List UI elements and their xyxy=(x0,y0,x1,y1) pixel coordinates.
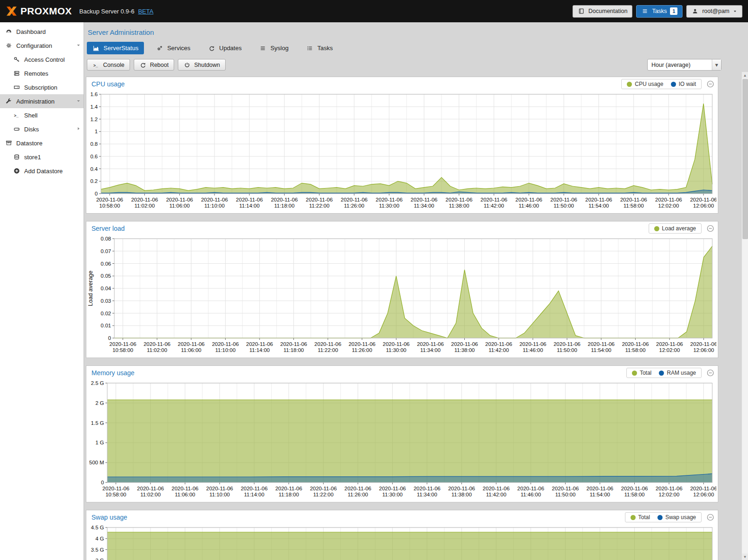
svg-text:3.5 G: 3.5 G xyxy=(91,547,104,553)
svg-text:2 G: 2 G xyxy=(95,400,104,406)
svg-text:2020-11-06: 2020-11-06 xyxy=(206,486,233,491)
svg-text:11:50:00: 11:50:00 xyxy=(553,203,574,208)
tasks-button[interactable]: Tasks 1 xyxy=(636,5,683,18)
sidebar-item-store1[interactable]: store1 xyxy=(0,150,84,164)
svg-text:11:02:00: 11:02:00 xyxy=(134,203,155,208)
legend-item-io-wait[interactable]: IO wait xyxy=(671,81,696,87)
svg-text:2020-11-06: 2020-11-06 xyxy=(349,341,376,347)
legend-item-load-average[interactable]: Load average xyxy=(654,225,696,232)
tab-tasks[interactable]: Tasks xyxy=(300,42,338,54)
sidebar-item-subscription[interactable]: Subscription xyxy=(0,80,84,94)
svg-text:2020-11-06: 2020-11-06 xyxy=(178,341,205,347)
svg-text:12:06:00: 12:06:00 xyxy=(693,492,714,497)
console-button[interactable]: >_ Console xyxy=(87,59,130,71)
scroll-down-button[interactable]: ▼ xyxy=(742,553,748,560)
tab-label: ServerStatus xyxy=(104,45,138,52)
svg-text:2020-11-06: 2020-11-06 xyxy=(520,341,546,347)
tab-syslog[interactable]: Syslog xyxy=(254,42,294,54)
collapse-panel-icon[interactable] xyxy=(706,369,714,377)
svg-text:11:10:00: 11:10:00 xyxy=(215,347,235,353)
terminal-icon: >_ xyxy=(92,61,100,69)
svg-text:2.5 G: 2.5 G xyxy=(91,380,104,386)
collapse-panel-icon[interactable] xyxy=(706,225,714,233)
svg-text:0.05: 0.05 xyxy=(101,273,111,279)
scrollbar-thumb[interactable] xyxy=(742,79,748,239)
reboot-button[interactable]: Reboot xyxy=(134,59,174,71)
legend-item-swap-usage[interactable]: Swap usage xyxy=(657,514,696,521)
svg-text:>_: >_ xyxy=(93,63,98,67)
legend-item-cpu-usage[interactable]: CPU usage xyxy=(627,81,663,87)
documentation-button[interactable]: Documentation xyxy=(572,5,632,18)
svg-text:11:46:00: 11:46:00 xyxy=(520,492,541,497)
beta-link[interactable]: BETA xyxy=(138,8,153,15)
svg-text:1.5 G: 1.5 G xyxy=(91,420,104,426)
sidebar-item-label: Datastore xyxy=(16,140,42,147)
svg-text:12:06:00: 12:06:00 xyxy=(693,347,714,353)
sidebar-item-administration[interactable]: Administration xyxy=(0,94,84,108)
timeframe-select[interactable]: Hour (average) ▾ xyxy=(647,59,722,71)
terminal-icon: >_ xyxy=(13,111,20,119)
legend-color-dot xyxy=(627,82,632,87)
legend-color-dot xyxy=(659,371,664,376)
sidebar-item-disks[interactable]: Disks xyxy=(0,122,84,136)
legend-label: RAM usage xyxy=(667,370,696,376)
svg-text:2020-11-06: 2020-11-06 xyxy=(314,341,341,347)
svg-text:11:26:00: 11:26:00 xyxy=(352,347,372,353)
svg-text:2020-11-06: 2020-11-06 xyxy=(656,341,683,347)
collapse-panel-icon[interactable] xyxy=(706,514,714,521)
svg-text:11:14:00: 11:14:00 xyxy=(249,347,270,353)
sidebar-item-label: Disks xyxy=(24,126,39,133)
tab-label: Services xyxy=(167,45,190,52)
sidebar-item-dashboard[interactable]: Dashboard xyxy=(0,25,84,39)
legend-item-total[interactable]: Total xyxy=(632,370,651,376)
svg-text:0.6: 0.6 xyxy=(90,154,98,159)
svg-text:2020-11-06: 2020-11-06 xyxy=(236,197,263,202)
tab-services[interactable]: Services xyxy=(150,42,196,54)
svg-text:2020-11-06: 2020-11-06 xyxy=(246,341,273,347)
panel-title: Swap usage xyxy=(90,514,620,521)
power-icon xyxy=(183,61,191,69)
tab-label: Syslog xyxy=(270,45,288,52)
svg-text:2020-11-06: 2020-11-06 xyxy=(655,197,682,202)
sidebar-item-remotes[interactable]: Remotes xyxy=(0,66,84,80)
sidebar-item-configuration[interactable]: Configuration xyxy=(0,39,84,52)
shutdown-button[interactable]: Shutdown xyxy=(178,59,226,71)
sidebar-item-label: Subscription xyxy=(24,84,58,91)
caret-down-icon[interactable] xyxy=(76,98,81,105)
caret-right-icon[interactable] xyxy=(76,126,81,133)
sidebar-item-datastore[interactable]: Datastore xyxy=(0,136,84,150)
legend-item-total[interactable]: Total xyxy=(631,514,650,521)
legend-label: CPU usage xyxy=(635,81,663,87)
svg-text:1 G: 1 G xyxy=(95,440,104,445)
user-icon xyxy=(691,7,699,15)
legend-item-ram-usage[interactable]: RAM usage xyxy=(659,370,696,376)
svg-text:0.06: 0.06 xyxy=(101,261,111,267)
svg-text:0.07: 0.07 xyxy=(101,248,111,254)
app-header: PROXMOX Backup Server 0.9-6 BETA Documen… xyxy=(0,0,748,22)
svg-text:11:58:00: 11:58:00 xyxy=(624,492,645,497)
sidebar-item-label: Dashboard xyxy=(16,28,46,35)
collapse-panel-icon[interactable] xyxy=(706,80,714,88)
svg-text:2020-11-06: 2020-11-06 xyxy=(485,341,512,347)
sidebar-item-shell[interactable]: >_Shell xyxy=(0,108,84,122)
svg-text:11:06:00: 11:06:00 xyxy=(169,203,190,208)
svg-text:0.03: 0.03 xyxy=(101,298,111,304)
tab-updates[interactable]: Updates xyxy=(202,42,247,54)
scroll-up-button[interactable]: ▲ xyxy=(742,72,748,78)
svg-text:1.2: 1.2 xyxy=(90,117,98,122)
svg-text:2020-11-06: 2020-11-06 xyxy=(588,341,615,347)
wrench-icon xyxy=(5,98,13,105)
svg-text:11:58:00: 11:58:00 xyxy=(624,203,644,208)
book-icon xyxy=(578,7,585,15)
svg-text:2020-11-06: 2020-11-06 xyxy=(622,341,649,347)
svg-text:11:30:00: 11:30:00 xyxy=(379,203,399,208)
svg-text:2020-11-06: 2020-11-06 xyxy=(306,197,333,202)
tab-serverstatus[interactable]: ServerStatus xyxy=(87,42,144,54)
svg-text:11:38:00: 11:38:00 xyxy=(449,203,469,208)
sidebar-item-add-datastore[interactable]: Add Datastore xyxy=(0,164,84,178)
vertical-scrollbar[interactable]: ▲ ▼ xyxy=(741,72,748,560)
sidebar-item-access-control[interactable]: Access Control xyxy=(0,52,84,66)
svg-text:11:50:00: 11:50:00 xyxy=(555,492,576,497)
caret-down-icon[interactable] xyxy=(76,42,81,49)
user-menu-button[interactable]: root@pam xyxy=(686,5,742,18)
